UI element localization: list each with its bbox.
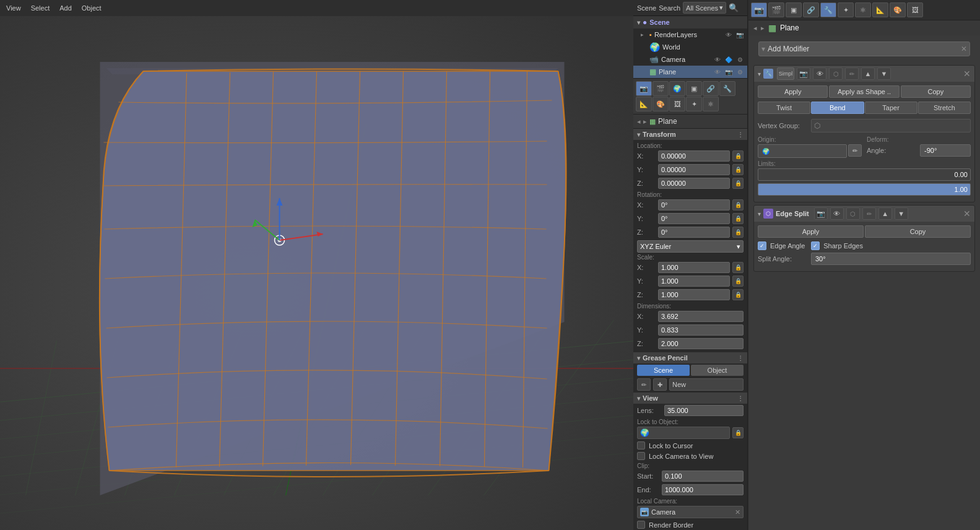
- limits-bar-end[interactable]: 1.00: [758, 183, 971, 196]
- mod-tab-textures[interactable]: 🖼: [907, 2, 923, 17]
- tab-scene[interactable]: 🎬: [653, 81, 669, 96]
- render-border-check[interactable]: [637, 521, 645, 529]
- rotation-x-lock[interactable]: 🔒: [732, 199, 744, 211]
- lock-cursor-check[interactable]: [637, 441, 645, 450]
- plane-render-icon[interactable]: 📷: [724, 67, 734, 77]
- angle-field[interactable]: -90°: [920, 144, 971, 157]
- gp-scene-btn[interactable]: Scene: [637, 365, 690, 376]
- mod-tab-data[interactable]: 📐: [872, 2, 888, 17]
- scale-y-lock[interactable]: 🔒: [732, 276, 744, 287]
- location-y-field[interactable]: 0.00000: [658, 164, 730, 175]
- scale-y-field[interactable]: 1.000: [658, 276, 730, 287]
- clip-end-field[interactable]: 1000.000: [662, 484, 744, 495]
- origin-edit-btn[interactable]: ✏: [848, 144, 862, 157]
- mod1-simple-toggle[interactable]: Simpl: [777, 67, 794, 80]
- object-nav-back[interactable]: ◂: [637, 118, 641, 126]
- mod1-render-toggle[interactable]: 📷: [797, 67, 810, 80]
- lock-obj-field[interactable]: 🌍: [637, 427, 730, 439]
- limits-bar-start[interactable]: 0.00: [758, 168, 971, 181]
- mod1-delete-btn[interactable]: ✕: [963, 69, 971, 79]
- view-section-header[interactable]: ▾ View ⋮: [633, 393, 747, 404]
- mod2-down-btn[interactable]: ▼: [895, 207, 908, 220]
- sharp-edges-check[interactable]: ✓: [811, 241, 820, 250]
- rotation-x-field[interactable]: 0°: [658, 199, 730, 211]
- plane-settings-icon[interactable]: ⚙: [735, 67, 745, 77]
- transform-more-icon[interactable]: ⋮: [737, 131, 744, 138]
- view-menu[interactable]: Scene: [637, 4, 656, 12]
- grease-pencil-header[interactable]: ▾ Grease Pencil ⋮: [633, 352, 747, 363]
- search-btn[interactable]: Search: [659, 4, 680, 12]
- mod-tab-render[interactable]: 📷: [751, 2, 767, 17]
- location-x-field[interactable]: 0.00000: [658, 150, 730, 162]
- gp-edit-icon[interactable]: ✏: [637, 378, 651, 391]
- mod2-eye-toggle[interactable]: 👁: [830, 207, 844, 220]
- menu-select[interactable]: Select: [28, 3, 53, 13]
- mod1-edit-toggle[interactable]: ✏: [845, 67, 859, 80]
- mode-tab-bend[interactable]: Bend: [811, 102, 864, 114]
- gp-object-btn[interactable]: Object: [691, 365, 744, 376]
- rotation-y-lock[interactable]: 🔒: [732, 213, 744, 224]
- camera-clear-btn[interactable]: ✕: [735, 508, 740, 516]
- camera-settings-icon[interactable]: ⚙: [735, 54, 745, 64]
- tab-data[interactable]: 📐: [636, 97, 652, 111]
- transform-section-header[interactable]: ▾ Transform ⋮: [633, 129, 747, 140]
- tree-item-plane[interactable]: ▦ Plane 👁 📷 ⚙: [633, 66, 747, 78]
- vertex-group-field[interactable]: ⬡: [811, 119, 971, 132]
- mod1-eye-toggle[interactable]: 👁: [813, 67, 826, 80]
- gp-add-icon[interactable]: ✚: [653, 378, 667, 391]
- gp-name-field[interactable]: New: [669, 378, 744, 391]
- add-modifier-btn[interactable]: ▾ Add Modifier ✕: [758, 41, 970, 56]
- plane-vis-icon[interactable]: 👁: [713, 67, 722, 77]
- location-z-field[interactable]: 0.00000: [658, 178, 730, 189]
- camera-render-icon[interactable]: 🔷: [724, 54, 734, 64]
- mode-tab-stretch[interactable]: Stretch: [918, 102, 971, 114]
- mod-tab-scene[interactable]: 🎬: [768, 2, 784, 17]
- tab-world[interactable]: 🌍: [669, 81, 685, 96]
- mod1-cage-toggle[interactable]: ⬡: [829, 67, 843, 80]
- mod2-render-toggle[interactable]: 📷: [814, 207, 828, 220]
- mod1-up-btn[interactable]: ▲: [861, 67, 875, 80]
- mode-tab-twist[interactable]: Twist: [758, 102, 810, 114]
- camera-vis-icon[interactable]: 👁: [713, 54, 722, 64]
- mod-tab-modifiers-active[interactable]: 🔧: [820, 2, 836, 17]
- view-more-icon[interactable]: ⋮: [737, 395, 744, 402]
- mod1-expand[interactable]: ▾: [758, 71, 761, 77]
- lens-field[interactable]: 35.000: [664, 405, 744, 416]
- obj-back-btn[interactable]: ◂: [753, 24, 757, 32]
- tab-constraints[interactable]: 🔗: [703, 81, 719, 96]
- tab-object[interactable]: ▣: [686, 81, 702, 96]
- tree-item-scene[interactable]: ▾ ● Scene: [633, 16, 747, 28]
- mod1-copy-btn[interactable]: Copy: [901, 85, 971, 98]
- mod1-down-btn[interactable]: ▼: [877, 67, 891, 80]
- mod2-expand[interactable]: ▾: [758, 211, 761, 217]
- mod-tab-materials[interactable]: 🎨: [890, 2, 906, 17]
- rotation-y-field[interactable]: 0°: [658, 213, 730, 224]
- tab-physics[interactable]: ⚛: [703, 97, 719, 111]
- tab-modifiers[interactable]: 🔧: [719, 81, 735, 96]
- object-nav-fwd[interactable]: ▸: [643, 118, 647, 126]
- mod2-delete-btn[interactable]: ✕: [963, 209, 971, 219]
- mod2-edit-toggle[interactable]: ✏: [862, 207, 876, 220]
- lock-camera-check[interactable]: [637, 452, 645, 460]
- mode-tab-taper[interactable]: Taper: [865, 102, 917, 114]
- lock-obj-lock-btn[interactable]: 🔒: [732, 427, 744, 438]
- scale-z-lock[interactable]: 🔒: [732, 289, 744, 300]
- tab-materials[interactable]: 🎨: [653, 97, 669, 111]
- mod-tab-object[interactable]: ▣: [786, 2, 802, 17]
- local-camera-field[interactable]: 📷 Camera ✕: [637, 506, 744, 518]
- rotation-mode-dropdown[interactable]: XYZ Euler ▾: [637, 240, 744, 253]
- mod2-apply-btn[interactable]: Apply: [758, 225, 864, 238]
- tree-item-camera[interactable]: 📹 Camera 👁 🔷 ⚙: [633, 53, 747, 66]
- origin-field[interactable]: 🌍: [758, 144, 847, 158]
- add-modifier-close[interactable]: ✕: [961, 45, 967, 53]
- mod2-cage-toggle[interactable]: ⬡: [846, 207, 860, 220]
- tree-item-world[interactable]: 🌍 World: [633, 41, 747, 53]
- renderlayers-render-icon[interactable]: 📷: [735, 30, 745, 40]
- search-icon[interactable]: 🔍: [729, 3, 739, 12]
- mod1-apply-shape-btn[interactable]: Apply as Shape ..: [829, 85, 899, 98]
- dim-y-field[interactable]: 0.833: [658, 324, 744, 336]
- menu-object[interactable]: Object: [79, 3, 104, 13]
- menu-view[interactable]: View: [4, 3, 24, 13]
- mod-tab-physics[interactable]: ⚛: [855, 2, 871, 17]
- tree-item-renderlayers[interactable]: ▸ ▪ RenderLayers 👁 📷: [633, 28, 747, 41]
